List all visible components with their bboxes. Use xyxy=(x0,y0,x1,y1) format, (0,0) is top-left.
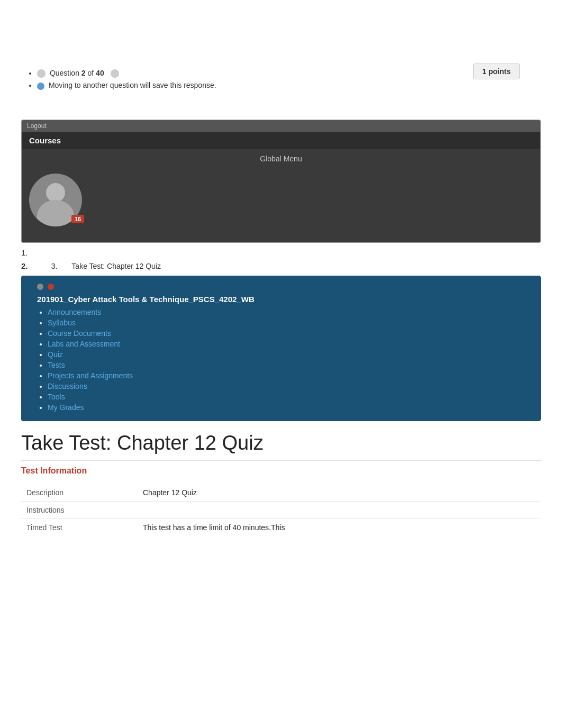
info-icon-2 xyxy=(111,69,119,78)
test-info-title: Test Information xyxy=(21,466,541,476)
course-documents-link[interactable]: Course Documents xyxy=(48,329,111,338)
field-label-description: Description xyxy=(21,484,138,502)
numbered-items: 1. 2. 3. Take Test: Chapter 12 Quiz xyxy=(21,248,541,270)
table-row: Description Chapter 12 Quiz xyxy=(21,484,541,502)
syllabus-link[interactable]: Syllabus xyxy=(48,319,76,327)
notification-badge: 16 xyxy=(71,215,84,223)
breadcrumb: 3. Take Test: Chapter 12 Quiz xyxy=(51,262,161,270)
nav-item-discussions[interactable]: Discussions xyxy=(48,382,530,390)
nav-item-labs-assessment[interactable]: Labs and Assessment xyxy=(48,340,530,348)
nav-item-announcements[interactable]: Announcements xyxy=(48,308,530,316)
small-icon-1 xyxy=(37,284,43,290)
test-info-table: Description Chapter 12 Quiz Instructions… xyxy=(21,484,541,536)
nav-item-syllabus[interactable]: Syllabus xyxy=(48,319,530,327)
field-value-description: Chapter 12 Quiz xyxy=(138,484,541,502)
logout-bar[interactable]: Logout xyxy=(22,120,540,132)
field-label-timed-test: Timed Test xyxy=(21,518,138,536)
courses-header: Courses xyxy=(22,132,540,149)
field-value-instructions xyxy=(138,501,541,518)
list-item-1: 1. xyxy=(21,248,541,257)
global-menu-label: Global Menu xyxy=(22,149,540,168)
nav-item-my-grades[interactable]: My Grades xyxy=(48,403,530,412)
points-badge: 1 points xyxy=(473,63,520,79)
tests-link[interactable]: Tests xyxy=(48,361,65,369)
list-item-2: 2. 3. Take Test: Chapter 12 Quiz xyxy=(21,261,541,270)
question-info-list: Question 2 of 40 Moving to another quest… xyxy=(21,69,541,90)
course-nav-links: Announcements Syllabus Course Documents … xyxy=(37,308,530,412)
nav-item-projects-assignments[interactable]: Projects and Assignments xyxy=(48,371,530,380)
nav-item-tests[interactable]: Tests xyxy=(48,361,530,369)
avatar-area: 16 xyxy=(22,168,540,226)
table-row: Timed Test This test has a time limit of… xyxy=(21,518,541,536)
field-label-instructions: Instructions xyxy=(21,501,138,518)
labs-assessment-link[interactable]: Labs and Assessment xyxy=(48,340,120,348)
projects-assignments-link[interactable]: Projects and Assignments xyxy=(48,371,133,380)
tools-link[interactable]: Tools xyxy=(48,393,65,401)
test-info-section: Test Information Description Chapter 12 … xyxy=(21,460,541,536)
save-note: Moving to another question will save thi… xyxy=(37,81,541,89)
info-icon xyxy=(37,69,46,78)
menu-bottom-dark xyxy=(22,226,540,242)
nav-item-course-documents[interactable]: Course Documents xyxy=(48,329,530,338)
table-row: Instructions xyxy=(21,501,541,518)
avatar-container: 16 xyxy=(29,174,82,226)
course-nav-box: 201901_Cyber Attack Tools & Technique_PS… xyxy=(21,276,541,421)
my-grades-link[interactable]: My Grades xyxy=(48,403,84,412)
nav-item-tools[interactable]: Tools xyxy=(48,393,530,401)
nav-item-quiz[interactable]: Quiz xyxy=(48,350,530,359)
small-icon-red xyxy=(48,284,54,290)
course-nav-list xyxy=(37,283,530,292)
quiz-link[interactable]: Quiz xyxy=(48,350,63,359)
discussions-link[interactable]: Discussions xyxy=(48,382,87,390)
nav-icons-row xyxy=(37,283,530,292)
field-value-timed-test: This test has a time limit of 40 minutes… xyxy=(138,518,541,536)
course-title[interactable]: 201901_Cyber Attack Tools & Technique_PS… xyxy=(37,295,530,304)
global-menu-overlay: Logout Courses Global Menu 16 xyxy=(21,120,541,243)
info-icon-blue xyxy=(37,83,44,90)
page-title: Take Test: Chapter 12 Quiz xyxy=(21,432,541,454)
announcements-link[interactable]: Announcements xyxy=(48,308,101,316)
question-counter: Question 2 of 40 xyxy=(37,69,541,78)
